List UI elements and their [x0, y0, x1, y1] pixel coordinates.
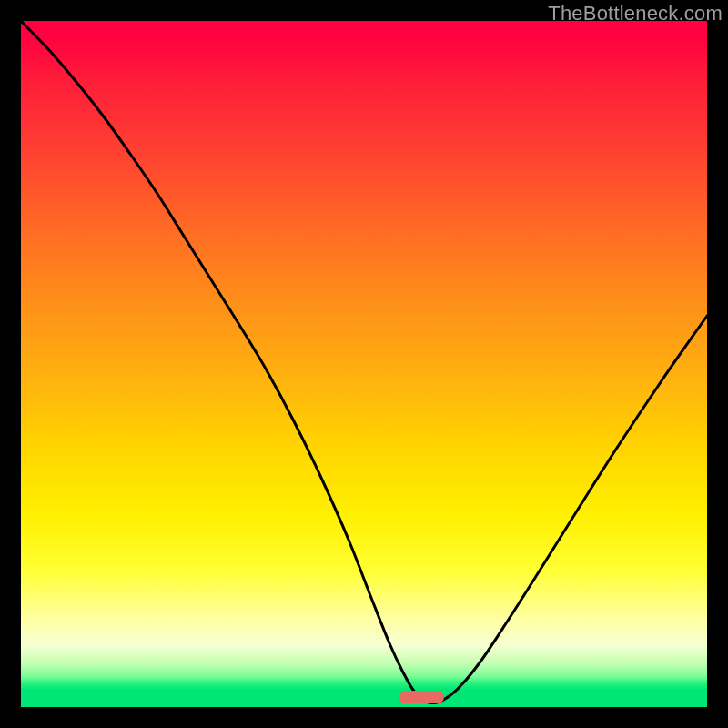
minimum-marker: [399, 691, 444, 703]
watermark-label: TheBottleneck.com: [548, 2, 723, 25]
bottleneck-curve: [21, 21, 707, 707]
plot-area: [21, 21, 707, 707]
chart-frame: TheBottleneck.com: [0, 0, 728, 728]
